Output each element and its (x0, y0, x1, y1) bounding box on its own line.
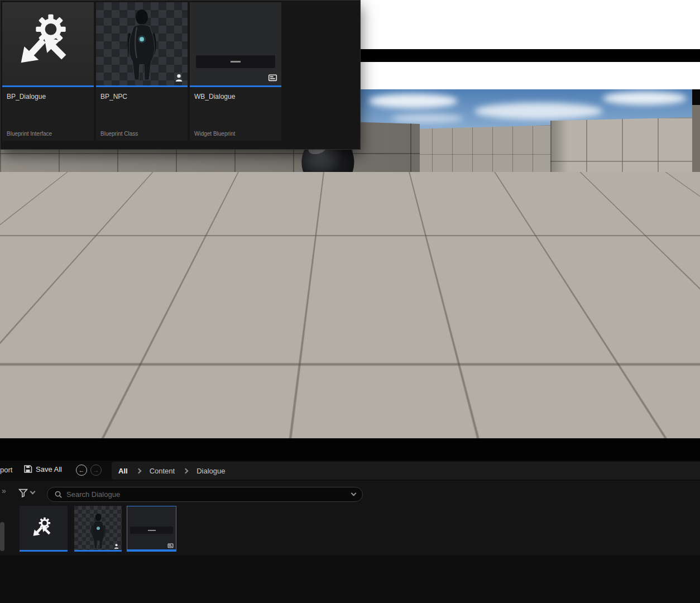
widget-blueprint-thumbnail (190, 2, 281, 85)
asset-type-color-bar (74, 550, 122, 552)
search-icon (54, 490, 63, 499)
blueprint-interface-thumbnail (2, 2, 94, 85)
search-input[interactable] (66, 490, 348, 499)
save-all-label: Save All (36, 465, 62, 473)
forward-button[interactable]: → (90, 465, 102, 476)
save-all-button[interactable]: Save All (23, 465, 62, 473)
mannequin-thumbnail-figure (116, 8, 167, 85)
scrollbar-thumb[interactable] (0, 522, 4, 551)
content-browser-toolbar: port Save All ← → All Content Dial (0, 461, 700, 481)
import-button[interactable]: port (0, 466, 12, 474)
asset-card-bp-dialogue-mini[interactable] (20, 506, 68, 552)
expand-sources-button[interactable]: » (2, 486, 6, 495)
blueprint-interface-icon (17, 13, 79, 75)
cloud (368, 94, 458, 108)
content-browser-footer (0, 556, 700, 603)
content-browser-search-row (0, 485, 700, 502)
person-icon (174, 73, 184, 83)
blueprint-class-thumbnail (96, 2, 188, 85)
asset-card-wb-dialogue-mini-selected[interactable] (127, 506, 176, 552)
chevron-down-icon[interactable] (351, 491, 357, 496)
asset-name: WB_Dialogue (194, 93, 235, 100)
asset-card-bp-npc[interactable]: BP_NPC Blueprint Class (96, 2, 188, 141)
asset-type: Widget Blueprint (194, 131, 235, 137)
mannequin-thumbnail-figure (86, 513, 111, 552)
asset-name: BP_NPC (100, 93, 127, 100)
breadcrumb-dialogue[interactable]: Dialogue (196, 467, 225, 475)
unreal-logo-glyph: u (323, 241, 332, 257)
widget-icon (167, 543, 174, 549)
filter-button[interactable] (18, 488, 35, 497)
chevron-right-icon (136, 468, 141, 473)
right-wall-edge (692, 104, 700, 288)
window-title-bar (361, 49, 700, 62)
search-box (47, 487, 363, 502)
breadcrumb-content[interactable]: Content (150, 467, 175, 475)
asset-type: Blueprint Interface (7, 131, 52, 137)
asset-card-label: WB_Dialogue Widget Blueprint (190, 87, 281, 141)
panel-divider (0, 438, 700, 461)
blueprint-interface-icon (32, 517, 55, 540)
save-icon (23, 465, 32, 473)
asset-name: BP_Dialogue (7, 93, 46, 100)
widget-preview-bar (130, 527, 173, 534)
background-white-region (361, 0, 700, 89)
back-button[interactable]: ← (76, 465, 87, 476)
asset-tooltip-popup: BP_Dialogue Blueprint Interface (0, 0, 361, 150)
content-browser: port Save All ← → All Content Dial (0, 438, 700, 603)
cloud (603, 92, 687, 105)
asset-card-label: BP_Dialogue Blueprint Interface (2, 87, 94, 141)
chevron-right-icon (183, 468, 189, 473)
person-icon (113, 543, 119, 549)
asset-type: Blueprint Class (100, 131, 138, 137)
forward-arrow-icon: → (93, 467, 99, 473)
asset-card-label: BP_NPC Blueprint Class (96, 87, 188, 141)
dialogue-message-band: Watch out for rogue players! (41, 356, 615, 402)
breadcrumb: All Content Dialogue (112, 462, 700, 480)
back-arrow-icon: ← (79, 467, 85, 473)
asset-card-bp-npc-mini[interactable] (74, 506, 122, 552)
asset-card-bp-dialogue[interactable]: BP_Dialogue Blueprint Interface (2, 2, 94, 141)
filter-icon (18, 488, 28, 497)
cloud (474, 103, 603, 119)
breadcrumb-all[interactable]: All (118, 467, 128, 475)
chevron-down-icon (30, 489, 36, 495)
asset-type-color-bar (127, 549, 176, 551)
widget-preview-bar (196, 55, 275, 68)
cloud (391, 114, 463, 123)
asset-card-wb-dialogue[interactable]: WB_Dialogue Widget Blueprint (190, 2, 281, 141)
unreal-editor: u Watch out for rogue players! (0, 0, 700, 603)
widget-icon (268, 73, 277, 83)
dialogue-message-text: Watch out for rogue players! (274, 372, 437, 386)
viewport-corner-strip (692, 89, 700, 105)
asset-type-color-bar (20, 550, 68, 552)
